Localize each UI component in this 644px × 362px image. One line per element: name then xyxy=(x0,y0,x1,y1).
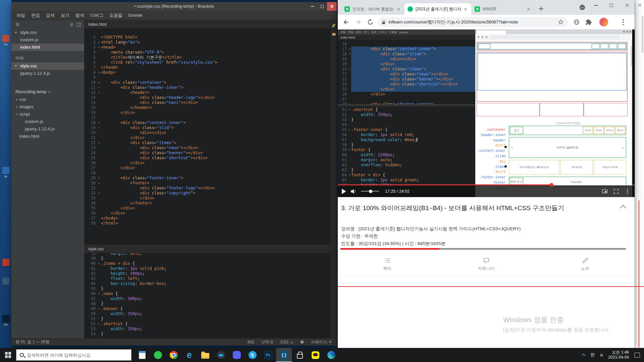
code-line[interactable]: 45} xyxy=(84,286,331,291)
scrollbar[interactable] xyxy=(642,16,643,53)
fold-marker-icon[interactable]: ▾ xyxy=(97,321,101,326)
code-line[interactable]: 46▾.news { xyxy=(84,291,331,296)
background-window-sliver[interactable] xyxy=(635,0,644,348)
bookmark-star-icon[interactable] xyxy=(558,19,564,25)
lock-icon[interactable] xyxy=(382,22,385,24)
desktop-icon[interactable]: Ov xyxy=(1,35,10,46)
code-line[interactable]: 47 width: 500px; xyxy=(84,296,331,301)
code-line[interactable]: 17▾ <div class="content-inner"> xyxy=(338,47,475,52)
ime-korean-indicator[interactable]: 한 xyxy=(590,352,595,358)
code-line[interactable]: 40▾.items > div { xyxy=(84,261,331,266)
code-line[interactable]: 51▾.shortcut { xyxy=(338,107,475,112)
video-progress-bar[interactable] xyxy=(338,184,635,185)
code-line[interactable]: 31 <div class="footer-logo"></div> xyxy=(84,186,331,191)
taskbar-document-app[interactable] xyxy=(134,348,150,362)
working-file-style.css[interactable]: •style.css xyxy=(11,62,84,70)
code-line[interactable]: 28▾ <div class="footer-inner"> xyxy=(338,102,475,104)
code-line[interactable]: 1<!DOCTYPE html> xyxy=(84,35,331,40)
code-line[interactable]: 8▾<body> xyxy=(84,70,331,75)
menu-item-도움말[interactable]: 도움말 xyxy=(106,12,125,18)
code-line[interactable]: 19 <div></div> xyxy=(338,57,475,62)
taskbar-clock[interactable]: 오전 1:46 2021-04-04 xyxy=(608,350,629,360)
tab-notes[interactable]: 노트 xyxy=(536,254,635,274)
code-line[interactable]: 63} xyxy=(338,168,475,173)
collapse-chevron-up-icon[interactable] xyxy=(620,205,626,211)
folder-arrow-icon[interactable]: ▸ xyxy=(15,103,19,111)
code-line[interactable]: 5 <title>제이쿼리 기본구문</title> xyxy=(84,55,331,60)
code-line[interactable]: 53 width: 350px; xyxy=(84,326,331,331)
tree-item-images[interactable]: ▸images xyxy=(11,103,84,111)
extension-manager-icon[interactable] xyxy=(332,33,336,36)
pip-icon[interactable] xyxy=(602,188,608,194)
fold-marker-icon[interactable]: ▾ xyxy=(97,70,101,75)
code-line[interactable]: 41 border: 1px solid pink; xyxy=(84,266,331,271)
code-line[interactable]: 64▾footer > div { xyxy=(338,173,475,178)
menu-item-디버그[interactable]: 디버그 xyxy=(87,12,106,18)
tab-close-icon[interactable] xyxy=(463,7,468,11)
code-line[interactable]: 20 </div> xyxy=(338,62,475,67)
menu-item-Emmet[interactable]: Emmet xyxy=(125,13,145,18)
code-line[interactable]: 61 margin: auto; xyxy=(338,158,475,163)
menu-item-탐색[interactable]: 탐색 xyxy=(72,12,87,18)
fold-marker-icon[interactable]: ▾ xyxy=(348,147,351,153)
code-line[interactable]: 54} xyxy=(84,331,331,337)
code-line[interactable]: 37</body> xyxy=(84,216,331,221)
menu-item-Emmet[interactable]: Emmet xyxy=(398,31,409,34)
taskbar-discord[interactable] xyxy=(229,348,245,362)
code-line[interactable]: 15 </header> xyxy=(84,105,331,110)
back-button[interactable] xyxy=(342,18,350,26)
taskbar-brackets[interactable]: [ ] xyxy=(276,348,292,362)
code-line[interactable]: 25 <div class="shortcut"></div> xyxy=(84,156,331,161)
desktop-icon[interactable]: Br xyxy=(1,167,10,178)
new-tab-button[interactable] xyxy=(538,5,544,12)
code-line[interactable]: 29▾ <div class="footer-inner"> xyxy=(84,176,331,181)
tab-curriculum[interactable]: 목차 xyxy=(338,254,437,274)
code-line[interactable]: 24 <div class="banner"></div> xyxy=(84,150,331,156)
globe-icon[interactable] xyxy=(573,19,580,25)
menu-item-보기[interactable]: 보기 xyxy=(362,31,370,34)
folder-arrow-icon[interactable]: ▸ xyxy=(15,96,19,103)
fold-marker-icon[interactable]: ▾ xyxy=(97,191,101,196)
code-line[interactable]: 2▾<html lang="ko"> xyxy=(84,40,331,45)
code-line[interactable]: 3▾<head> xyxy=(84,45,331,50)
fold-marker-icon[interactable]: ▾ xyxy=(348,102,351,104)
code-line[interactable]: 51} xyxy=(84,316,331,321)
pane-header-bottom[interactable]: style.css xyxy=(84,245,331,253)
start-button[interactable] xyxy=(0,348,16,362)
code-line[interactable]: 43 float: left; xyxy=(84,276,331,281)
taskbar-whale-browser[interactable] xyxy=(213,348,229,362)
overwrite-toggle[interactable]: INS xyxy=(248,340,254,345)
fold-marker-icon[interactable]: ▾ xyxy=(97,45,101,50)
fold-marker-icon[interactable]: ▾ xyxy=(97,125,101,130)
fold-marker-icon[interactable]: ▾ xyxy=(97,140,101,145)
code-line[interactable]: 49▾.banner { xyxy=(84,306,331,311)
code-line[interactable]: 38 margin: auto; xyxy=(84,253,331,256)
code-line[interactable]: 65 border: 1px solid green; xyxy=(338,178,475,183)
code-line[interactable]: 6 <link rel="stylesheet" href="css/style… xyxy=(84,60,331,65)
code-line[interactable]: 23 <div class="banner"></div> xyxy=(338,77,475,82)
fold-marker-icon[interactable]: ▾ xyxy=(348,173,351,178)
taskbar-microsoft-store[interactable] xyxy=(292,348,308,362)
code-line[interactable]: 17 xyxy=(84,115,331,120)
fold-marker-icon[interactable]: ▾ xyxy=(97,291,101,296)
menu-item-검색[interactable]: 검색 xyxy=(355,31,362,34)
code-line[interactable]: 60 width: 1200px; xyxy=(338,153,475,158)
browser-tab[interactable]: N인프런 : 네이버 통합검색 xyxy=(341,3,404,15)
code-line[interactable]: 54 xyxy=(338,122,475,127)
live-preview-icon[interactable] xyxy=(332,23,336,28)
code-line[interactable]: 21▾ <div class="items"> xyxy=(338,67,475,72)
fold-marker-icon[interactable]: ▾ xyxy=(97,181,101,186)
maximize-button[interactable] xyxy=(317,2,327,11)
code-line[interactable]: 57 background-color: #eee; xyxy=(338,137,475,142)
menu-item-편집[interactable]: 편집 xyxy=(28,12,43,18)
taskbar-file-explorer[interactable] xyxy=(197,348,213,362)
fullscreen-icon[interactable] xyxy=(613,188,619,194)
code-line[interactable]: 59▾footer { xyxy=(338,147,475,153)
menu-item-탐색[interactable]: 탐색 xyxy=(370,31,378,34)
taskbar-green-messenger[interactable] xyxy=(150,348,166,362)
tab-close-icon[interactable] xyxy=(526,7,531,11)
menu-item-디버그[interactable]: 디버그 xyxy=(378,31,388,34)
menu-item-보기[interactable]: 보기 xyxy=(58,12,72,18)
minimize-button[interactable] xyxy=(308,2,317,11)
code-line[interactable]: 12▾ <header> xyxy=(84,90,331,95)
